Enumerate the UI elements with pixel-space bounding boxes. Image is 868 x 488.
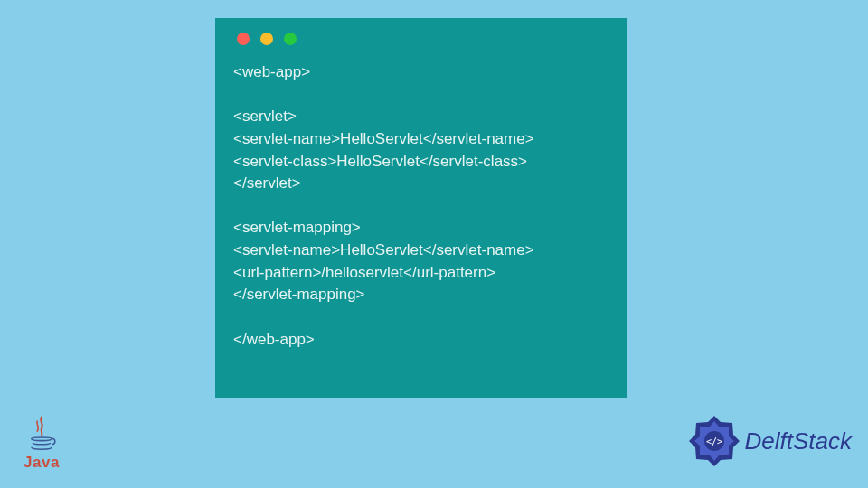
code-window: <web-app> <servlet> <servlet-name>HelloS… — [215, 18, 627, 398]
svg-text:</>: </> — [705, 436, 722, 446]
java-label: Java — [24, 454, 60, 472]
delftstack-label: DelftStack — [745, 427, 853, 455]
delftstack-logo: </> DelftStack — [687, 414, 853, 468]
window-controls — [233, 33, 609, 45]
java-logo: Java — [20, 414, 63, 472]
code-block: <web-app> <servlet> <servlet-name>HelloS… — [233, 61, 609, 351]
close-dot-icon — [237, 33, 250, 45]
maximize-dot-icon — [284, 33, 297, 45]
delftstack-badge-icon: </> — [687, 414, 741, 468]
java-cup-icon — [20, 414, 63, 457]
minimize-dot-icon — [260, 33, 273, 45]
